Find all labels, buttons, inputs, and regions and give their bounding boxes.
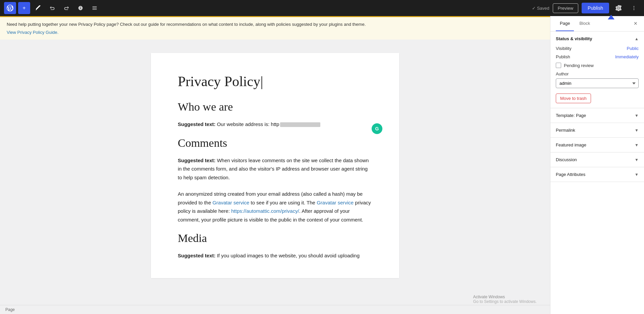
undo-button[interactable] <box>46 2 58 14</box>
editor-scroll-area[interactable]: Privacy Policy G Who we are Suggested te… <box>0 40 550 305</box>
gravatar-link-2[interactable]: Gravatar service <box>317 200 354 205</box>
wp-logo-button[interactable] <box>4 2 16 14</box>
toolbar-right: ✓ Saved Preview Publish <box>532 2 640 14</box>
page-attributes-section[interactable]: Page Attributes ▼ <box>550 167 644 182</box>
sidebar-body: Status & visibility ▲ Visibility Public … <box>550 32 644 314</box>
publish-row-value[interactable]: Immediately <box>615 54 639 59</box>
redacted-url <box>280 122 320 127</box>
comments-heading: Comments <box>178 137 372 149</box>
page-title[interactable]: Privacy Policy <box>178 73 372 90</box>
notice-text: Need help putting together your new Priv… <box>7 22 366 27</box>
right-sidebar: Page Block × Status & visibility ▲ Visib… <box>550 16 644 314</box>
permalink-section[interactable]: Permalink ▼ <box>550 123 644 138</box>
page-attributes-chevron: ▼ <box>635 172 639 177</box>
template-chevron: ▼ <box>635 113 639 118</box>
status-visibility-title: Status & visibility <box>556 36 592 41</box>
author-row: Author admin <box>556 71 639 88</box>
info-button[interactable] <box>74 2 87 14</box>
who-we-are-heading: Who we are <box>178 101 372 113</box>
media-heading: Media <box>178 232 372 245</box>
suggested-text-label-2: Suggested text: <box>178 158 216 163</box>
list-view-button[interactable] <box>89 2 101 14</box>
status-visibility-header[interactable]: Status & visibility ▲ <box>556 36 639 41</box>
gravatar-link-1[interactable]: Gravatar service <box>212 200 249 205</box>
featured-image-section[interactable]: Featured image ▼ <box>550 138 644 152</box>
template-section[interactable]: Template: Page ▼ <box>550 108 644 123</box>
author-label: Author <box>556 71 639 76</box>
svg-point-5 <box>634 9 634 10</box>
add-block-button[interactable]: + <box>18 2 30 14</box>
visibility-value[interactable]: Public <box>627 46 639 51</box>
publish-row-label: Publish <box>556 54 570 59</box>
comments-paragraph-1: Suggested text: When visitors leave comm… <box>178 156 372 182</box>
svg-rect-2 <box>93 9 97 10</box>
status-bar-label: Page <box>5 307 15 312</box>
sidebar-tabs: Page Block × <box>550 16 644 32</box>
toolbar: + ✓ Saved Preview Publish <box>0 0 644 16</box>
pending-review-row: Pending review <box>556 63 639 68</box>
comments-paragraph-2: An anonymized string created from your e… <box>178 190 372 224</box>
more-options-button[interactable] <box>628 2 640 14</box>
visibility-row: Visibility Public <box>556 46 639 51</box>
permalink-chevron: ▼ <box>635 128 639 133</box>
permalink-section-title: Permalink <box>556 128 575 133</box>
suggested-text-label-3: Suggested text: <box>178 253 216 258</box>
who-we-are-paragraph: Suggested text: Our website address is: … <box>178 120 372 129</box>
settings-button[interactable] <box>612 2 625 14</box>
svg-rect-1 <box>93 8 97 8</box>
publish-button[interactable]: Publish <box>582 3 609 13</box>
featured-image-chevron: ▼ <box>635 143 639 147</box>
status-visibility-section: Status & visibility ▲ Visibility Public … <box>550 32 644 108</box>
publish-row: Publish Immediately <box>556 54 639 59</box>
featured-image-title: Featured image <box>556 142 586 147</box>
suggested-text-label-1: Suggested text: <box>178 121 216 127</box>
svg-point-3 <box>634 6 634 7</box>
notice-banner: Need help putting together your new Priv… <box>0 16 550 40</box>
status-bar: Page <box>0 305 550 314</box>
media-paragraph-1: Suggested text: If you upload images to … <box>178 251 372 260</box>
discussion-chevron: ▼ <box>635 158 639 162</box>
pending-review-label: Pending review <box>564 63 594 68</box>
publish-arrow-indicator <box>608 15 614 19</box>
pending-review-checkbox[interactable] <box>556 63 561 68</box>
status-visibility-chevron: ▲ <box>635 37 639 41</box>
editor-area: Need help putting together your new Priv… <box>0 16 550 314</box>
visibility-label: Visibility <box>556 46 572 51</box>
move-to-trash-button[interactable]: Move to trash <box>556 93 591 103</box>
automattic-privacy-link[interactable]: https://automattic.com/privacy/ <box>231 208 299 214</box>
svg-rect-0 <box>93 6 97 7</box>
redo-button[interactable] <box>60 2 72 14</box>
tab-page[interactable]: Page <box>556 16 574 31</box>
editor-content: Privacy Policy G Who we are Suggested te… <box>151 53 399 278</box>
discussion-section-title: Discussion <box>556 157 577 162</box>
template-section-title: Template: Page <box>556 113 586 118</box>
discussion-section[interactable]: Discussion ▼ <box>550 152 644 167</box>
privacy-policy-guide-link[interactable]: View Privacy Policy Guide. <box>7 29 543 36</box>
saved-status: ✓ Saved <box>532 6 549 11</box>
page-attributes-title: Page Attributes <box>556 172 585 177</box>
toolbar-left: + <box>4 2 101 14</box>
main-layout: Need help putting together your new Priv… <box>0 16 644 314</box>
edit-button[interactable] <box>32 2 44 14</box>
svg-point-4 <box>634 8 634 8</box>
preview-button[interactable]: Preview <box>553 3 578 13</box>
sidebar-close-button[interactable]: × <box>632 19 639 28</box>
check-icon: ✓ <box>532 6 536 11</box>
grammarly-badge: G <box>372 123 382 134</box>
author-select[interactable]: admin <box>556 78 639 88</box>
tab-block[interactable]: Block <box>575 16 594 31</box>
